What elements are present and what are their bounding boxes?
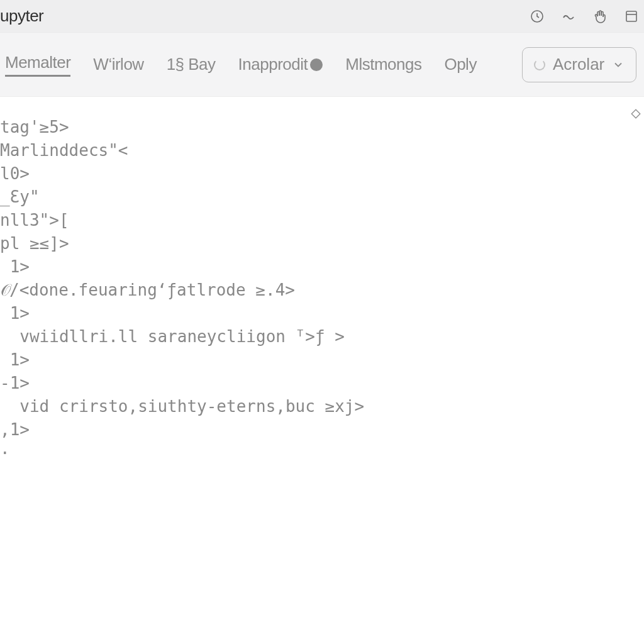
hand-icon[interactable] <box>592 9 608 24</box>
tab-mlstmongs[interactable]: Mlstmongs <box>345 55 421 74</box>
tab-bay[interactable]: 1§ Bay <box>167 55 216 74</box>
tab-label: Oply <box>444 55 476 74</box>
tab-label: 1§ Bay <box>167 55 216 74</box>
code-content[interactable]: tag'≥5> Marlinddecs"< l0> _Ɛy" nll3">[ p… <box>0 116 644 465</box>
svg-rect-1 <box>626 11 636 21</box>
tab-bar: Memalter W‘irlow 1§ Bay Inapprodit Mlstm… <box>0 33 644 97</box>
tab-label: Inapprodit <box>238 55 308 74</box>
chevron-down-icon <box>612 58 625 71</box>
titlebar-actions <box>530 9 639 24</box>
tab-wirlow[interactable]: W‘irlow <box>93 55 143 74</box>
tilde-icon[interactable] <box>561 9 576 24</box>
tab-oply[interactable]: Oply <box>444 55 476 74</box>
panel-icon[interactable] <box>624 9 639 24</box>
diamond-icon[interactable] <box>630 108 641 119</box>
dropdown-label: Acrolar <box>553 55 604 74</box>
acrolar-dropdown[interactable]: Acrolar <box>522 47 636 82</box>
editor-area: tag'≥5> Marlinddecs"< l0> _Ɛy" nll3">[ p… <box>0 97 644 644</box>
app-title: upyter <box>0 6 43 26</box>
tab-label: W‘irlow <box>93 55 143 74</box>
tab-inapprodit[interactable]: Inapprodit <box>238 55 323 74</box>
tab-label: Mlstmongs <box>345 55 421 74</box>
tab-memalter[interactable]: Memalter <box>5 53 70 77</box>
badge-icon <box>310 58 323 71</box>
clock-icon[interactable] <box>530 9 545 24</box>
titlebar: upyter <box>0 0 644 33</box>
tab-label: Memalter <box>5 53 70 72</box>
spinner-icon <box>534 59 545 70</box>
